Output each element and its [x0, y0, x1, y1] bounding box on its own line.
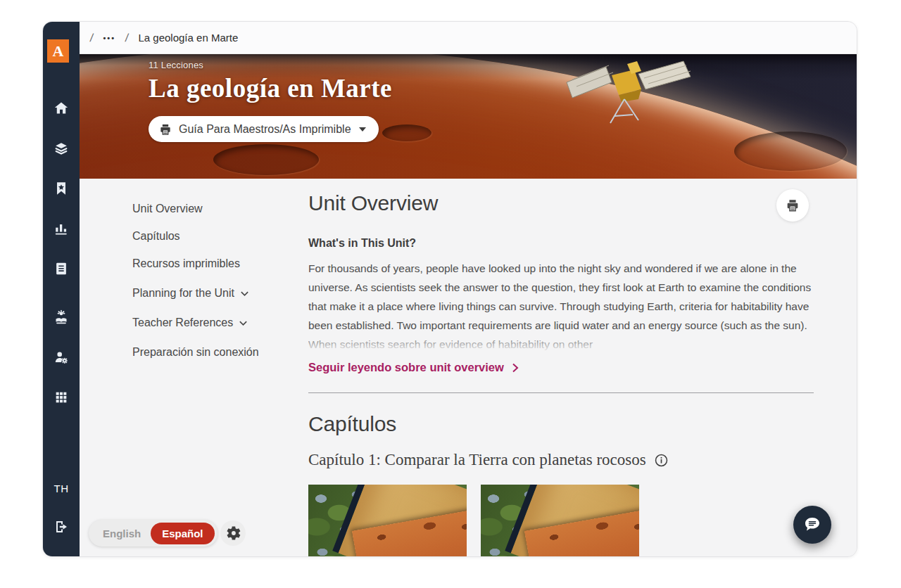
apps-grid-icon[interactable]: [53, 390, 69, 405]
printer-icon: [158, 122, 172, 136]
home-icon[interactable]: [53, 101, 69, 116]
chevron-down-icon: [240, 289, 249, 298]
bookmark-star-icon[interactable]: [53, 181, 69, 196]
nav-item-recursos-imprimibles[interactable]: Recursos imprimibles: [132, 257, 308, 270]
breadcrumb-ellipsis-button[interactable]: •••: [103, 34, 115, 42]
unit-overview-text: For thousands of years, people have look…: [308, 259, 814, 354]
app-sidebar: A: [43, 22, 80, 556]
unit-title: La geología en Marte: [149, 73, 392, 103]
nav-item-unit-overview[interactable]: Unit Overview: [132, 203, 308, 215]
nav-item-planning-for-the-unit[interactable]: Planning for the Unit: [132, 287, 308, 300]
info-icon: [655, 454, 668, 467]
section-heading-capitulos: Capítulos: [308, 412, 814, 436]
language-toggle: English Español: [89, 520, 246, 547]
printer-icon: [785, 198, 800, 213]
chapter-info-button[interactable]: [655, 454, 668, 467]
reports-chart-icon[interactable]: [53, 221, 69, 236]
chapter-1-title: Capítulo 1: Comparar la Tierra con plane…: [308, 451, 646, 469]
satellite-illustration: [565, 58, 713, 129]
language-settings-button[interactable]: [220, 520, 246, 546]
nav-item-preparacion-sin-conexion[interactable]: Preparación sin conexión: [132, 346, 308, 359]
lesson-count: 11 Lecciones: [149, 60, 392, 70]
print-section-button[interactable]: [776, 189, 809, 222]
chevron-right-icon: [511, 363, 519, 373]
nav-item-teacher-references[interactable]: Teacher References: [132, 317, 308, 329]
unit-section-nav: Unit Overview Capítulos Recursos imprimi…: [80, 179, 308, 556]
logout-button[interactable]: [53, 518, 70, 538]
lesson-thumbnail-1[interactable]: [308, 485, 467, 557]
unit-hero-banner: 11 Lecciones La geología en Marte Guía P…: [80, 54, 857, 179]
unit-content: Unit Overview Capítulos Recursos imprimi…: [80, 179, 857, 556]
printable-teacher-guide-button[interactable]: Guía Para Maestros/As Imprimible: [149, 116, 379, 142]
lesson-thumbnail-2[interactable]: [481, 485, 639, 557]
nav-item-capitulos[interactable]: Capítulos: [132, 230, 308, 243]
unit-overview-section: Unit Overview What's in This Unit? For t…: [308, 179, 857, 556]
amplify-logo[interactable]: A: [47, 39, 69, 63]
caret-down-icon: [359, 127, 366, 132]
chapter-1-lessons: [308, 485, 814, 557]
professional-learning-icon[interactable]: [53, 309, 69, 325]
language-espanol-button[interactable]: Español: [151, 523, 214, 544]
app-window: A: [42, 21, 857, 557]
breadcrumb: / ••• / La geología en Marte: [80, 22, 857, 54]
read-more-link[interactable]: Seguir leyendo sobre unit overview: [308, 361, 519, 374]
chat-bubble-icon: [802, 514, 823, 535]
classwork-layers-icon[interactable]: [53, 141, 69, 156]
gear-icon: [224, 524, 242, 542]
user-avatar-initials[interactable]: TH: [54, 482, 69, 494]
section-divider: [308, 392, 814, 393]
logout-icon: [53, 518, 70, 535]
main-area: / ••• / La geología en Marte 1: [80, 22, 857, 556]
whats-in-this-unit-heading: What's in This Unit?: [308, 237, 814, 250]
section-heading-unit-overview: Unit Overview: [308, 191, 438, 215]
language-english-button[interactable]: English: [92, 528, 151, 539]
curriculum-document-icon[interactable]: [53, 261, 69, 276]
breadcrumb-separator: /: [89, 32, 94, 44]
breadcrumb-separator: /: [125, 32, 130, 44]
amplify-logo-letter: A: [53, 42, 64, 60]
help-chat-button[interactable]: [793, 506, 831, 544]
chevron-down-icon: [239, 319, 248, 328]
account-settings-icon[interactable]: [53, 350, 69, 365]
breadcrumb-current-page: La geología en Marte: [138, 32, 238, 44]
